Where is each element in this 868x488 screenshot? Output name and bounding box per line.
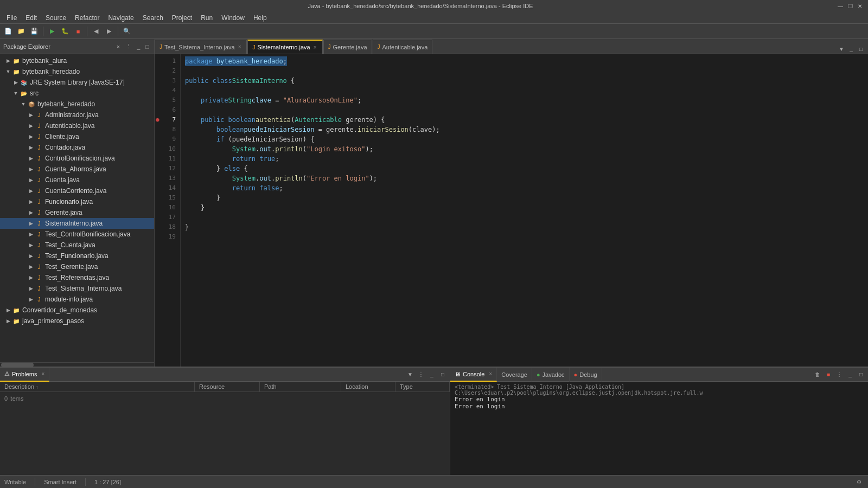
- stop-button[interactable]: ■: [72, 25, 84, 37]
- tree-test-control[interactable]: ▶ J Test_ControlBonificacion.java: [0, 229, 154, 240]
- tree-autenticable[interactable]: ▶ J Autenticable.java: [0, 120, 154, 131]
- problems-maximize-button[interactable]: □: [438, 370, 448, 380]
- tab-console[interactable]: 🖥 Console ×: [450, 368, 497, 382]
- col-type[interactable]: Type: [395, 382, 450, 391]
- tab-sistema-interno[interactable]: J SistemaInterno.java ×: [247, 40, 322, 54]
- minimize-button[interactable]: —: [837, 2, 844, 10]
- tree-module-info[interactable]: ▶ J module-info.java: [0, 294, 154, 305]
- line-num-5: 5: [155, 95, 180, 105]
- tree-bytebank-alura[interactable]: ▶ 📁 bytebank_alura: [0, 55, 154, 66]
- debug-dot: ●: [574, 371, 578, 378]
- code-content[interactable]: package bytebank_heredado; public class …: [181, 54, 868, 367]
- menu-project[interactable]: Project: [168, 13, 196, 23]
- tree-control-bonificacion[interactable]: ▶ J ControlBonificacion.java: [0, 153, 154, 164]
- project-icon-convertidor: 📁: [12, 306, 21, 314]
- arrow-autenticable: ▶: [27, 123, 35, 129]
- console-stop-button[interactable]: ■: [824, 370, 833, 380]
- sidebar-minimize-button[interactable]: _: [135, 43, 142, 50]
- col-description[interactable]: Description ↑: [0, 382, 195, 391]
- tree-src[interactable]: ▼ 📂 src: [0, 88, 154, 99]
- tree-jre[interactable]: ▶ 📚 JRE System Library [JavaSE-17]: [0, 77, 154, 88]
- menu-window[interactable]: Window: [217, 13, 249, 23]
- sidebar-menu-button[interactable]: ⋮: [124, 42, 133, 50]
- console-minimize-button[interactable]: _: [845, 370, 855, 380]
- menu-run[interactable]: Run: [196, 13, 217, 23]
- back-button[interactable]: ◀: [90, 25, 102, 37]
- menu-search[interactable]: Search: [138, 13, 168, 23]
- status-settings-button[interactable]: ⚙: [854, 477, 864, 487]
- label-gerente: Gerente.java: [45, 209, 82, 216]
- new-button[interactable]: 📄: [2, 25, 14, 37]
- tab-coverage[interactable]: Coverage: [497, 368, 532, 382]
- tree-gerente[interactable]: ▶ J Gerente.java: [0, 207, 154, 218]
- debug-button[interactable]: 🐛: [59, 25, 71, 37]
- console-close[interactable]: ×: [489, 371, 492, 377]
- run-button[interactable]: ▶: [46, 25, 58, 37]
- search-toolbar-button[interactable]: 🔍: [121, 25, 133, 37]
- tab-autenticable[interactable]: J Autenticable.java: [373, 40, 433, 54]
- toolbar-sep-3: [118, 27, 118, 36]
- menu-edit[interactable]: Edit: [21, 13, 41, 23]
- col-path[interactable]: Path: [260, 382, 341, 391]
- tree-cuenta[interactable]: ▶ J Cuenta.java: [0, 175, 154, 185]
- problems-minimize-button[interactable]: _: [427, 370, 437, 380]
- problems-label: Problems: [12, 371, 37, 377]
- tree-test-funcionario[interactable]: ▶ J Test_Funcionario.java: [0, 251, 154, 261]
- console-output-2: Error en login: [455, 403, 864, 410]
- sidebar-collapse-button[interactable]: ×: [115, 43, 122, 50]
- tab-list-button[interactable]: ▼: [837, 44, 846, 54]
- tree-funcionario[interactable]: ▶ J Funcionario.java: [0, 196, 154, 207]
- tab-gerente[interactable]: J Gerente.java: [323, 40, 372, 54]
- tree-test-referencias[interactable]: ▶ J Test_Referencias.java: [0, 272, 154, 283]
- sidebar-scroll-thumb[interactable]: [1, 363, 34, 367]
- tree-test-gerente[interactable]: ▶ J Test_Gerente.java: [0, 261, 154, 272]
- sidebar-horizontal-scrollbar[interactable]: [0, 362, 154, 367]
- col-location[interactable]: Location: [341, 382, 395, 391]
- save-button[interactable]: 💾: [28, 25, 40, 37]
- tree-cuenta-corriente[interactable]: ▶ J CuentaCorriente.java: [0, 185, 154, 196]
- problems-menu-button[interactable]: ⋮: [416, 370, 426, 380]
- tree-contador[interactable]: ▶ J Contador.java: [0, 142, 154, 153]
- sidebar-maximize-button[interactable]: □: [144, 43, 151, 50]
- project-label-primeros: java_primeros_pasos: [22, 317, 84, 325]
- problems-close[interactable]: ×: [41, 371, 44, 377]
- tab-debug[interactable]: ● Debug: [570, 368, 602, 382]
- java-icon-testfuncionario: J: [35, 252, 43, 260]
- collapse-arrow-alura: ▶: [4, 58, 12, 63]
- close-test-sistema[interactable]: ×: [237, 43, 242, 50]
- tab-problems[interactable]: ⚠ Problems ×: [0, 368, 49, 382]
- tree-administrador[interactable]: ▶ J Administrador.java: [0, 110, 154, 120]
- menu-source[interactable]: Source: [41, 13, 71, 23]
- col-resource[interactable]: Resource: [195, 382, 260, 391]
- close-button[interactable]: ✕: [856, 2, 864, 10]
- problems-filter-button[interactable]: ▼: [405, 370, 415, 380]
- console-clear-button[interactable]: 🗑: [813, 370, 822, 380]
- close-sistema-interno[interactable]: ×: [312, 44, 318, 51]
- tree-test-sistema[interactable]: ▶ J Test_Sistema_Interno.java: [0, 283, 154, 294]
- console-panel: 🖥 Console × Coverage ● Javadoc ● Debug 🗑: [450, 368, 868, 475]
- tree-convertidor[interactable]: ▶ 📁 Convertidor_de_monedas: [0, 305, 154, 316]
- open-button[interactable]: 📁: [15, 25, 27, 37]
- console-maximize-button[interactable]: □: [856, 370, 866, 380]
- code-line-14: return false;: [185, 183, 864, 193]
- tree-cuenta-ahorros[interactable]: ▶ J Cuenta_Ahorros.java: [0, 164, 154, 175]
- project-label-alura: bytebank_alura: [22, 57, 67, 65]
- tab-test-sistema[interactable]: J Test_Sistema_Interno.java ×: [155, 40, 247, 54]
- menu-refactor[interactable]: Refactor: [71, 13, 104, 23]
- console-menu-button[interactable]: ⋮: [834, 370, 844, 380]
- tab-minimize-button[interactable]: _: [846, 44, 856, 54]
- tree-pkg-bytebank[interactable]: ▼ 📦 bytebank_heredado: [0, 99, 154, 110]
- tree-test-cuenta[interactable]: ▶ J Test_Cuenta.java: [0, 240, 154, 251]
- menu-file[interactable]: File: [2, 13, 21, 23]
- tab-javadoc[interactable]: ● Javadoc: [532, 368, 570, 382]
- menu-navigate[interactable]: Navigate: [104, 13, 138, 23]
- line-num-14: 14: [155, 183, 180, 193]
- forward-button[interactable]: ▶: [103, 25, 115, 37]
- tree-bytebank-heredado[interactable]: ▼ 📁 bytebank_heredado: [0, 66, 154, 77]
- tab-maximize-button[interactable]: □: [856, 44, 866, 54]
- menu-help[interactable]: Help: [249, 13, 271, 23]
- tree-cliente[interactable]: ▶ J Cliente.java: [0, 131, 154, 142]
- maximize-button[interactable]: ❐: [846, 2, 854, 10]
- tree-java-primeros[interactable]: ▶ 📁 java_primeros_pasos: [0, 316, 154, 326]
- tree-sistema-interno[interactable]: ▶ J SistemaInterno.java: [0, 218, 154, 229]
